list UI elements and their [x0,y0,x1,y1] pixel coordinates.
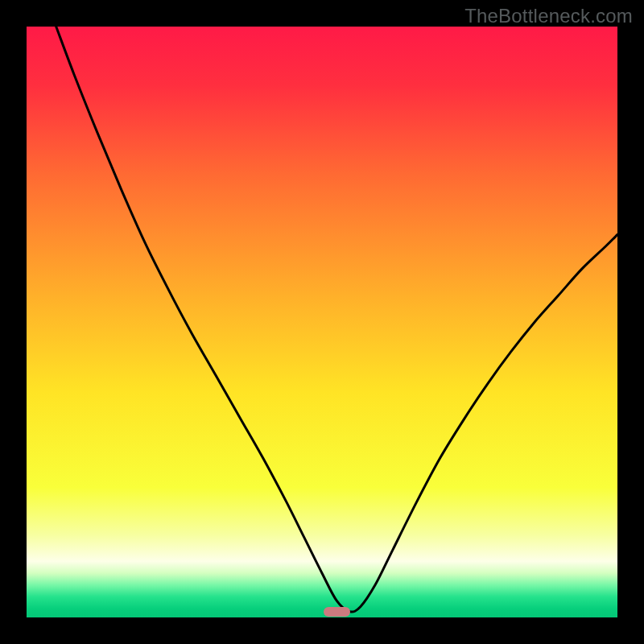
optimal-point-marker [324,607,350,617]
plot-area [27,27,617,617]
watermark-text: TheBottleneck.com [464,5,633,27]
chart-frame: TheBottleneck.com [0,0,644,644]
bottleneck-curve [27,27,617,617]
